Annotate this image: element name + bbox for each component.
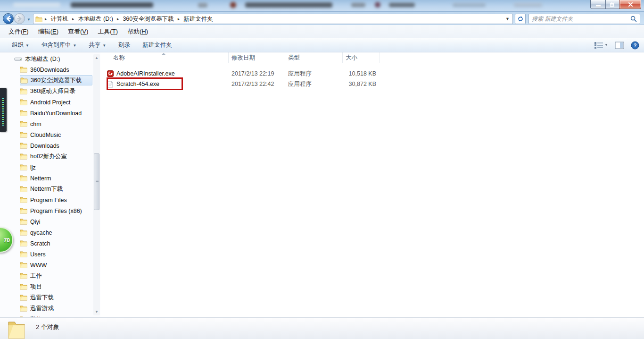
menu-item[interactable]: 文件(F) <box>4 25 33 38</box>
sidebar-item[interactable]: Scratch <box>20 238 50 248</box>
sidebar-item[interactable]: Downloads <box>20 140 59 151</box>
sidebar-item[interactable]: 360Downloads <box>20 64 69 75</box>
sidebar-item[interactable]: CloudMusic <box>20 129 61 140</box>
sidebar-item[interactable]: Netterm下载 <box>20 184 63 194</box>
dock-stripes-icon <box>2 98 4 126</box>
refresh-button[interactable] <box>515 14 526 24</box>
folder-icon <box>20 207 27 214</box>
speed-ball-value: 70 <box>4 237 10 244</box>
sidebar-item[interactable]: 项目 <box>20 281 42 292</box>
sidebar-item[interactable]: Netterm <box>20 173 51 183</box>
folder-icon <box>20 153 27 160</box>
titlebar-blur-artifact <box>230 2 236 8</box>
address-bar[interactable]: ▸计算机▸本地磁盘 (D:)▸360安全浏览器下载▸新建文件夹 ▼ <box>33 14 513 24</box>
sidebar-item[interactable]: 迅雷游戏 <box>20 303 54 314</box>
toolbar-button[interactable]: 共享▼ <box>83 39 112 51</box>
sidebar-item[interactable]: Program Files <box>20 195 67 205</box>
menu-item[interactable]: 编辑(E) <box>33 25 63 38</box>
window-controls <box>590 0 641 9</box>
titlebar-blur-artifact <box>71 2 153 8</box>
sidebar-item[interactable]: Qiyi <box>20 216 41 227</box>
sidebar-item[interactable]: BaiduYunDownload <box>20 108 82 118</box>
toolbar-button[interactable]: 组织▼ <box>6 39 35 51</box>
sidebar-item-label: qycache <box>30 229 52 236</box>
sidebar-item[interactable]: 工作 <box>20 271 42 281</box>
views-icon[interactable] <box>594 42 608 49</box>
chevron-down-icon: ▼ <box>25 43 29 48</box>
preview-pane-icon[interactable] <box>615 42 624 49</box>
breadcrumb-item[interactable]: 本地磁盘 (D:) <box>76 15 116 23</box>
sidebar-item[interactable]: Program Files (x86) <box>20 205 82 216</box>
help-icon[interactable]: ? <box>631 41 639 50</box>
column-header[interactable]: 大小 <box>343 52 380 63</box>
breadcrumb-separator-icon: ▸ <box>43 17 49 21</box>
search-box[interactable]: 搜索 新建文件夹 <box>528 14 640 24</box>
back-button[interactable] <box>3 13 14 24</box>
sidebar-item[interactable]: ho02新办公室 <box>20 151 67 161</box>
sidebar-item[interactable]: 360安全浏览器下载 <box>20 75 92 85</box>
breadcrumb-separator-icon: ▸ <box>116 17 121 21</box>
docked-widget-bar[interactable] <box>0 88 7 132</box>
scrollbar-thumb[interactable] <box>94 153 99 210</box>
column-header[interactable]: 修改日期 <box>229 52 285 63</box>
folder-icon <box>20 251 27 257</box>
sidebar-item-label: 工作 <box>30 271 42 280</box>
sidebar-item[interactable]: 迅雷下载 <box>20 292 54 303</box>
sidebar-item[interactable]: WWW <box>20 260 47 270</box>
scroll-down-icon[interactable]: ▼ <box>93 308 100 315</box>
folder-icon <box>20 142 27 149</box>
sidebar-item[interactable]: Users <box>20 249 46 259</box>
toolbar-right-icons: ? <box>594 38 639 52</box>
folder-icon <box>20 229 27 236</box>
sidebar-item[interactable]: chm <box>20 119 41 129</box>
menu-item[interactable]: 帮助(H) <box>123 25 153 38</box>
sidebar-item[interactable]: Android Project <box>20 97 70 107</box>
folder-icon <box>20 131 27 138</box>
column-header[interactable]: 类型 <box>285 52 343 63</box>
sidebar-item[interactable]: 本地磁盘 (D:) <box>14 54 60 64</box>
breadcrumb-item[interactable]: 计算机 <box>49 15 71 23</box>
address-dropdown-chevron-icon[interactable]: ▼ <box>505 17 511 21</box>
file-cell-text: 10,518 KB <box>349 70 376 77</box>
back-arrow-icon <box>3 14 13 24</box>
toolbar-button-label: 共享 <box>89 42 100 48</box>
sidebar-item-label: ljz <box>30 164 36 171</box>
column-header[interactable]: 名称 <box>100 52 229 63</box>
sidebar-item-label: chm <box>30 120 41 127</box>
toolbar-button[interactable]: 刻录 <box>112 39 136 51</box>
sidebar-item-label: Downloads <box>30 142 59 149</box>
item-count-label: 2 个对象 <box>36 323 59 331</box>
sidebar-item-label: Program Files (x86) <box>30 207 82 214</box>
titlebar-blur-artifact <box>389 3 415 7</box>
menu-item[interactable]: 工具(T) <box>93 25 123 38</box>
folder-icon <box>20 120 27 127</box>
close-button[interactable] <box>619 0 641 9</box>
menu-item[interactable]: 查看(V) <box>63 25 93 38</box>
breadcrumb-item[interactable]: 新建文件夹 <box>181 15 215 23</box>
breadcrumb-item[interactable]: 360安全浏览器下载 <box>120 15 176 23</box>
toolbar-button[interactable]: 新建文件夹 <box>136 39 178 51</box>
file-cell-text: 应用程序 <box>288 80 312 88</box>
sidebar-item[interactable]: ljz <box>20 162 36 172</box>
folder-icon <box>20 240 27 246</box>
sidebar-item[interactable]: qycache <box>20 227 52 237</box>
sidebar-item[interactable]: 装修 <box>20 314 42 317</box>
folder-icon <box>20 164 27 170</box>
minimize-button[interactable] <box>590 0 605 9</box>
refresh-icon <box>517 16 524 22</box>
file-cell-text: AdobeAIRInstaller.exe <box>116 70 175 77</box>
sidebar-item-label: 360驱动大师目录 <box>30 87 75 95</box>
breadcrumb: ▸计算机▸本地磁盘 (D:)▸360安全浏览器下载▸新建文件夹 <box>43 15 215 23</box>
restore-button[interactable] <box>605 0 619 9</box>
adobe-air-icon <box>107 70 114 77</box>
explorer-window: ▼ ▸计算机▸本地磁盘 (D:)▸360安全浏览器下载▸新建文件夹 ▼ 搜索 新… <box>0 0 644 339</box>
forward-button[interactable] <box>14 13 25 24</box>
restore-icon <box>610 2 615 7</box>
sidebar-scrollbar[interactable]: ▲ ▼ <box>93 54 100 315</box>
toolbar-button[interactable]: 包含到库中▼ <box>35 39 83 51</box>
folder-icon <box>20 66 27 73</box>
scroll-up-icon[interactable]: ▲ <box>93 54 100 61</box>
sidebar-item[interactable]: 360驱动大师目录 <box>20 86 75 96</box>
nav-history-chevron-icon[interactable]: ▼ <box>27 17 31 22</box>
file-list-pane: 名称修改日期类型大小AdobeAIRInstaller.exe2017/2/13… <box>100 52 644 317</box>
